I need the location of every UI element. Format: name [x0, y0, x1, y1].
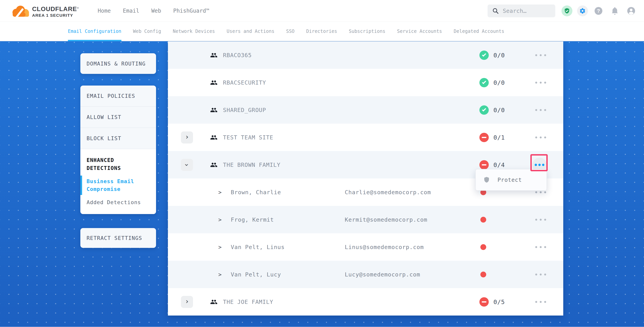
row-actions-menu-button[interactable]	[535, 246, 546, 248]
status-unprotected-icon	[480, 297, 489, 307]
search-icon	[492, 7, 499, 14]
row-actions-menu-button[interactable]	[535, 109, 546, 111]
menu-dot	[544, 136, 546, 138]
menu-dot	[535, 136, 537, 138]
menu-dot	[540, 274, 542, 276]
protected-count: 0/0	[494, 79, 505, 86]
tab-web-config[interactable]: Web Config	[133, 22, 161, 41]
expand-group-button[interactable]: ›	[181, 131, 193, 143]
help-icon[interactable]: ?	[593, 5, 604, 16]
tab-email-configuration[interactable]: Email Configuration	[68, 22, 122, 41]
content-area: DOMAINS & ROUTING EMAIL POLICIESALLOW LI…	[0, 41, 644, 327]
shield-check-icon[interactable]	[562, 5, 572, 16]
shield-icon	[483, 176, 490, 183]
group-people-icon	[210, 134, 218, 141]
collapse-group-button[interactable]: ›	[181, 159, 193, 171]
tab-network-devices[interactable]: Network Devices	[173, 22, 215, 41]
sidebar-item-retract-settings[interactable]: RETRACT SETTINGS	[80, 228, 156, 248]
menu-dot	[544, 301, 546, 303]
sidebar-item-domains-routing[interactable]: DOMAINS & ROUTING	[80, 53, 156, 74]
row-actions-menu-button[interactable]	[535, 301, 546, 303]
chevron-right-icon[interactable]: >	[218, 271, 222, 278]
tab-subscriptions[interactable]: Subscriptions	[349, 22, 386, 41]
menu-dot	[540, 301, 542, 303]
status-protected-icon	[480, 105, 489, 115]
sidebar-item-label: BLOCK LIST	[86, 135, 122, 141]
notifications-bell-icon[interactable]	[609, 5, 621, 16]
sidebar-item-added-detections[interactable]: Added Detections	[86, 199, 145, 206]
section-tabs: Email ConfigurationWeb ConfigNetwork Dev…	[0, 22, 644, 41]
menu-dot	[540, 219, 542, 221]
search-input[interactable]	[503, 7, 548, 14]
menu-dot	[544, 109, 546, 111]
row-actions-menu-button[interactable]	[535, 191, 546, 193]
protected-count: 0/4	[494, 161, 505, 168]
search-box[interactable]	[488, 4, 555, 17]
member-row: >Van Pelt, LucyLucy@somedemocorp.com	[168, 261, 563, 288]
primary-nav-item-email[interactable]: Email	[123, 7, 139, 14]
protected-count: 0/1	[494, 134, 505, 141]
primary-nav-item-phishguard[interactable]: PhishGuard™	[173, 7, 209, 14]
row-actions-menu-button[interactable]	[535, 54, 546, 56]
row-actions-menu-button[interactable]	[535, 136, 546, 138]
sidebar-item-business-email-compromise[interactable]: Business Email Compromise	[86, 178, 145, 193]
status-unprotected-icon	[480, 160, 489, 170]
menu-dot	[544, 246, 546, 248]
cloudflare-cloud-icon	[10, 4, 30, 20]
enhanced-detections-title: ENHANCED DETECTIONS	[86, 156, 147, 172]
menu-dot	[540, 191, 542, 193]
sidebar-item-label: EMAIL POLICIES	[86, 93, 135, 99]
sidebar-item-label: DOMAINS & ROUTING	[86, 61, 146, 67]
group-row: RBACO3650/0	[168, 41, 563, 69]
tab-delegated-accounts[interactable]: Delegated Accounts	[454, 22, 504, 41]
tab-directories[interactable]: Directories	[306, 22, 337, 41]
menu-dot	[540, 82, 542, 84]
menu-dot	[535, 219, 537, 221]
chevron-right-icon[interactable]: >	[218, 216, 222, 223]
tab-service-accounts[interactable]: Service Accounts	[397, 22, 442, 41]
group-row: RBACSECURITY0/0	[168, 69, 563, 96]
account-icon[interactable]	[625, 5, 637, 16]
chevron-right-icon[interactable]: >	[218, 244, 222, 250]
member-row: >Van Pelt, LinusLinus@somedemocorp.com	[168, 233, 563, 261]
group-row: SHARED_GROUP0/0	[168, 96, 563, 124]
member-row: >Frog, KermitKermit@somedemocorp.com	[168, 206, 563, 233]
sidebar-item-email-policies[interactable]: EMAIL POLICIES	[80, 85, 156, 107]
active-item-indicator	[80, 176, 82, 195]
sidebar-item-block-list[interactable]: BLOCK LIST	[80, 128, 156, 149]
protected-count: 0/5	[494, 299, 505, 306]
brand-name: CLOUDFLARE®	[32, 5, 79, 13]
member-email: Lucy@somedemocorp.com	[345, 271, 420, 278]
member-name: Van Pelt, Lucy	[231, 271, 281, 278]
menu-dot	[540, 136, 542, 138]
status-unprotected-icon	[480, 133, 489, 142]
row-actions-menu-button[interactable]	[535, 82, 546, 84]
group-people-icon	[210, 161, 218, 169]
context-menu-item-label: Protect	[498, 177, 522, 183]
menu-dot	[544, 54, 546, 56]
context-menu-protect[interactable]: Protect	[475, 169, 547, 191]
menu-dot	[540, 109, 542, 111]
menu-dot	[535, 301, 537, 303]
group-row: ›TEST TEAM SITE0/1	[168, 124, 563, 151]
group-name: THE BROWN FAMILY	[223, 162, 280, 168]
row-actions-menu-button[interactable]	[535, 274, 546, 276]
sidebar-policies-card: EMAIL POLICIESALLOW LISTBLOCK LIST ENHAN…	[80, 85, 156, 214]
svg-text:?: ?	[597, 8, 600, 14]
menu-dot	[535, 274, 537, 276]
settings-gear-icon[interactable]	[577, 5, 588, 16]
group-name: RBACSECURITY	[223, 79, 266, 86]
expand-group-button[interactable]: ›	[181, 296, 193, 308]
chevron-right-icon[interactable]: >	[218, 189, 222, 195]
row-actions-menu-button[interactable]	[535, 219, 546, 221]
primary-nav-item-home[interactable]: Home	[98, 7, 111, 14]
sidebar-item-allow-list[interactable]: ALLOW LIST	[80, 107, 156, 128]
registered-mark: ®	[77, 6, 79, 9]
menu-dot	[544, 191, 546, 193]
tab-users-and-actions[interactable]: Users and Actions	[227, 22, 274, 41]
primary-nav-item-web[interactable]: Web	[151, 7, 161, 14]
tab-sso[interactable]: SSO	[286, 22, 294, 41]
menu-dot	[535, 82, 537, 84]
sidebar-item-label: RETRACT SETTINGS	[86, 235, 142, 241]
menu-dot	[544, 219, 546, 221]
